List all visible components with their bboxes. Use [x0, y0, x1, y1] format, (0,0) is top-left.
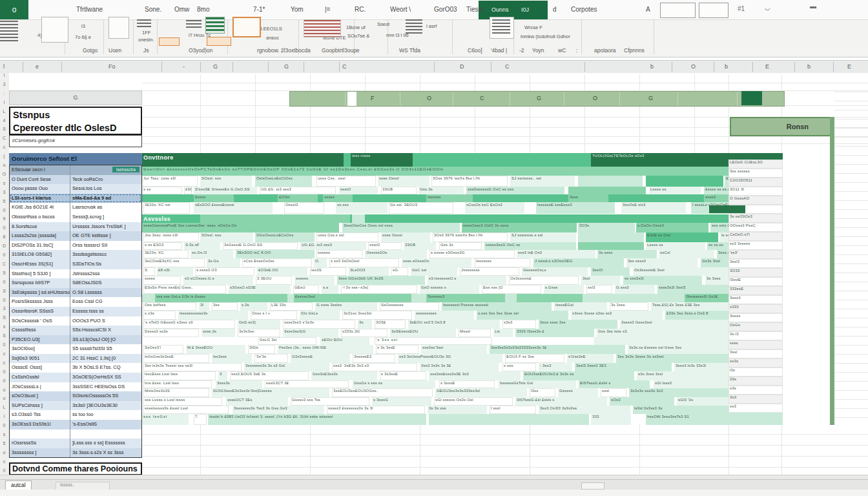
row-header[interactable]: 9: [0, 216, 8, 221]
orangechip-icon[interactable]: [159, 37, 180, 46]
winbox-icon[interactable]: [660, 3, 696, 18]
row-header[interactable]: 0: [0, 280, 8, 284]
ribbon-tab[interactable]: A: [646, 6, 650, 13]
column-header[interactable]: O: [691, 63, 696, 70]
table-row[interactable]: Ssrsqsoss b9S7PS8EOssJS0S: [10, 278, 141, 288]
column-header[interactable]: l: [3, 63, 5, 70]
table-row[interactable]: Stssthso] 5 S3J0 ]Jstrssss2sss: [10, 269, 141, 279]
table-row[interactable]: 3sEskpssss ] sd.sHUtssrso s ssO.S8 Lssss…: [10, 288, 141, 298]
column-header[interactable]: b: [807, 63, 811, 70]
table-row[interactable]: [10, 429, 141, 439]
row-header[interactable]: S: [0, 289, 8, 293]
row-header[interactable]: S: [0, 127, 8, 131]
row-header[interactable]: C: [0, 136, 8, 140]
ribbon-tab[interactable]: Omw: [174, 6, 189, 13]
row-header[interactable]: 3: [0, 82, 8, 87]
orangebox-icon[interactable]: [232, 17, 261, 37]
ribbon-tab[interactable]: 7-1*: [253, 6, 265, 13]
row-header-gutter[interactable]: l3:lL4SCc(oOs350908D0C50S03SsS0cc00ooLl0…: [0, 73, 10, 477]
row-header[interactable]: 0: [0, 378, 8, 383]
app-logo-icon[interactable]: o: [0, 0, 28, 19]
table-row[interactable]: rOssrsssSs]Lsss.sss s ss] Esssssss: [10, 439, 141, 448]
ribbon-tab[interactable]: Sone.: [145, 6, 161, 13]
window-control-icon[interactable]: #1: [738, 5, 745, 12]
merged-header-band[interactable]: FOCGOG: [289, 91, 785, 107]
ribbon-tab[interactable]: |=: [325, 6, 330, 13]
table-row[interactable]: OssscE Osss]3b X 5OsLS E7ss. CQ: [10, 363, 141, 373]
left-panel-title[interactable]: Stsnpus Cpereoster dtlc OslesD: [9, 107, 142, 135]
ribbon-tab[interactable]: d: [553, 6, 557, 13]
row-header[interactable]: 5: [0, 441, 8, 446]
row-header[interactable]: 0: [0, 342, 8, 347]
column-header[interactable]: G: [213, 63, 218, 70]
row-header[interactable]: 8: [0, 234, 8, 239]
row-header[interactable]: S: [0, 333, 8, 338]
table-row[interactable]: O Dunt Cont SeseTeck ooRsCro: [10, 175, 141, 185]
row-header[interactable]: 3: [0, 190, 8, 194]
table-row[interactable]: P35CEO.U3]3S.s13(OssJ O0] [O: [10, 335, 141, 345]
table-row[interactable]: JOsCssssLs |3ssSSEC HEEtsOss DS: [10, 382, 141, 392]
row-header[interactable]: 0: [0, 208, 8, 212]
table-row[interactable]: s3.O3ss0 Tssss too too: [10, 410, 141, 420]
stripes-icon[interactable]: [492, 19, 510, 35]
left-panel-subtitle[interactable]: l/Csrmeses-gogfcok: [9, 135, 142, 147]
row-header[interactable]: L: [0, 405, 8, 409]
stripes-icon[interactable]: [186, 20, 202, 28]
row-header[interactable]: 5: [0, 199, 8, 203]
row-header[interactable]: s: [0, 432, 8, 437]
column-header[interactable]: E: [847, 63, 851, 70]
row-header[interactable]: 4: [0, 118, 8, 123]
table-row[interactable]: OsscHEsss 3S(S1]S3DsTlOs:Ss: [10, 260, 141, 269]
table-row[interactable]: SUPsCshsss ]3s3s0 ]3EOU3s3E30: [10, 401, 141, 411]
ribbon-tab[interactable]: 8mo: [197, 6, 209, 13]
column-header[interactable]: Fo: [108, 63, 116, 70]
active-cell-highlight[interactable]: [741, 91, 762, 105]
table-row[interactable]: 3sOEss3 DsS9s1l's-EssOsllS: [10, 420, 141, 429]
horizontal-scrollbar-thumb[interactable]: [581, 482, 604, 490]
column-header-strip[interactable]: leFo-GGCDCbObEbE: [0, 60, 868, 74]
winbox-icon[interactable]: [699, 3, 728, 18]
column-header[interactable]: -: [183, 63, 185, 70]
table-row[interactable]: EStciuiar cecn ltashasctra: [10, 165, 141, 175]
row-header[interactable]: s: [0, 181, 8, 185]
row-header[interactable]: 0: [0, 468, 8, 473]
column-header[interactable]: E: [765, 63, 769, 70]
ronsn-header-box[interactable]: Ronsn: [730, 117, 834, 136]
orangechip-icon[interactable]: [207, 37, 231, 46]
column-header[interactable]: b: [650, 63, 654, 70]
row-header[interactable]: c: [0, 351, 8, 356]
row-header[interactable]: 0: [0, 369, 8, 374]
row-header[interactable]: :: [0, 91, 8, 96]
ribbon-tab[interactable]: Tiesrs: [466, 6, 484, 13]
box-icon[interactable]: [41, 17, 68, 43]
ribbon-tab[interactable]: Corpotes: [571, 6, 597, 13]
left-panel-footer[interactable]: Dotvnd Comme thares Pooiouns: [9, 462, 142, 475]
table-row[interactable]: Lssss2s2ss (ssssda]OE GTE ksttisse ]: [10, 231, 141, 241]
table-row[interactable]: 3sOCt0oo]S5 ssssbTsl3Sl S5: [10, 344, 141, 354]
row-header[interactable]: S: [0, 315, 8, 320]
row-header[interactable]: 5: [0, 271, 8, 275]
table-row[interactable]: Cssssl9sssS5s:HssscslCSl X: [10, 326, 141, 335]
row-header[interactable]: 3: [0, 306, 8, 311]
row-header[interactable]: 0: [0, 298, 8, 302]
row-header[interactable]: l: [0, 100, 8, 105]
table-row[interactable]: 3ssssssss ]3s 3sss-s.s2s X ss 3sss: [10, 448, 141, 458]
row-header[interactable]: o: [0, 450, 8, 455]
row-header[interactable]: l: [0, 73, 8, 78]
row-header[interactable]: o: [0, 396, 8, 400]
column-header[interactable]: D: [460, 63, 464, 70]
table-row[interactable]: CsSshGsslsl3GsOES(OsrHsSX SS: [10, 373, 141, 382]
table-row[interactable]: Ooou pssss OuoSesoLtos Los: [10, 184, 141, 194]
ribbon-tab[interactable]: RC.: [355, 6, 366, 13]
row-header[interactable]: c: [0, 459, 8, 464]
box-icon[interactable]: [108, 17, 129, 39]
table-row[interactable]: DtS2POSs 31.9sC]Orss tssssrcl S9: [10, 241, 141, 251]
row-header[interactable]: (: [0, 154, 8, 158]
row-header[interactable]: C: [0, 262, 8, 266]
stripes-icon[interactable]: [0, 21, 18, 41]
left-panel-header[interactable]: Ooruimorco Seftost El: [9, 153, 142, 165]
ribbon-tab[interactable]: Weort \: [390, 6, 411, 13]
stripes-icon[interactable]: [137, 19, 151, 28]
stripes-icon[interactable]: [406, 19, 422, 34]
row-header[interactable]: O: [0, 172, 8, 176]
